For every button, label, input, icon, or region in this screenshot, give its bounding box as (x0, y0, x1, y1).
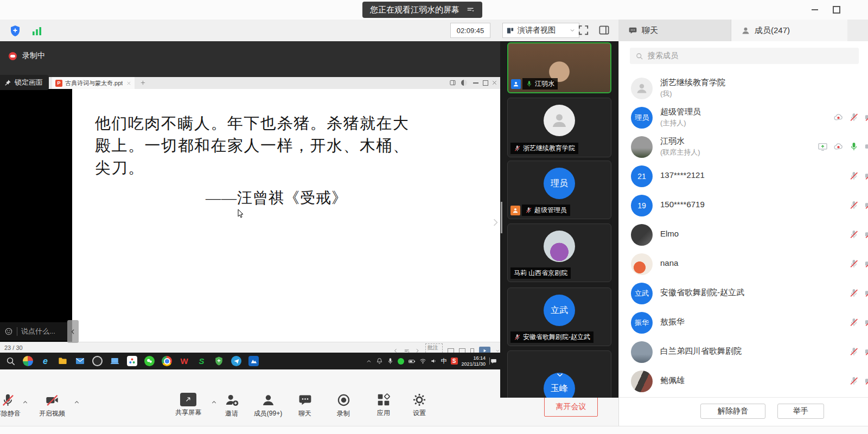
taskbar-circle-app-icon[interactable] (92, 356, 103, 366)
taskbar-explorer-icon[interactable] (58, 356, 68, 366)
camera-muted-icon[interactable] (864, 259, 868, 269)
tray-safety-icon[interactable] (398, 358, 404, 365)
camera-muted-icon[interactable] (864, 112, 868, 122)
tab-chat[interactable]: 聊天 (618, 20, 731, 41)
cloud-recording-icon[interactable] (833, 112, 844, 123)
tab-members[interactable]: 成员(247) (731, 20, 847, 41)
member-row[interactable]: Elmo (619, 220, 868, 250)
close-tab-icon[interactable] (126, 81, 131, 86)
mic-muted-icon[interactable] (849, 171, 859, 181)
minimize-button[interactable] (808, 4, 822, 15)
raise-hand-button[interactable]: 举手 (777, 404, 824, 419)
mic-muted-icon[interactable] (849, 259, 859, 269)
video-tile[interactable]: 理员 超级管理员 (507, 161, 611, 219)
taskbar-wps-icon[interactable]: W (179, 356, 189, 366)
tray-volume-icon[interactable] (430, 358, 437, 365)
mic-muted-icon[interactable] (849, 317, 859, 327)
taskbar-mountain-app-icon[interactable] (248, 356, 259, 366)
fullscreen-icon[interactable] (577, 24, 590, 36)
mic-muted-icon[interactable] (849, 229, 859, 239)
new-tab-icon[interactable] (140, 80, 146, 86)
member-row[interactable]: 江弱水 (联席主持人) (619, 132, 868, 162)
taskbar-colordots-app-icon[interactable] (127, 356, 137, 366)
member-row[interactable]: 理员 超级管理员 (主持人) (619, 103, 868, 132)
leave-meeting-button[interactable]: 离开会议 (544, 397, 598, 417)
tray-mic-icon[interactable] (387, 358, 394, 365)
video-options-chevron-icon[interactable] (73, 399, 80, 406)
wps-theme-icon[interactable] (461, 80, 467, 86)
wps-layout-icon[interactable] (449, 79, 456, 86)
wps-close-icon[interactable] (492, 80, 497, 86)
video-tile[interactable]: 立武 安徽省歌舞剧院-赵立武 (507, 288, 611, 346)
settings-button[interactable]: 设置 (404, 393, 435, 418)
start-video-button[interactable]: 开启视频 (33, 393, 72, 418)
taskbar-laptop-app-icon[interactable] (110, 356, 120, 366)
mic-muted-icon[interactable] (849, 288, 859, 298)
member-row[interactable]: 21 137****2121 (619, 162, 868, 191)
network-signal-icon[interactable] (30, 24, 43, 37)
wps-maximize-icon[interactable] (483, 80, 488, 86)
strip-collapse-arrow-icon[interactable] (490, 215, 501, 230)
video-tile-speaker[interactable]: 江弱水 (507, 42, 611, 93)
member-row[interactable]: 浙艺继续教育学院 (我) (619, 74, 868, 103)
screen-sharing-icon[interactable] (818, 142, 828, 152)
taskbar-search-icon[interactable] (5, 356, 16, 366)
quick-chat-bar[interactable]: 说点什么... (0, 322, 67, 341)
camera-muted-icon[interactable] (864, 376, 868, 386)
member-row[interactable]: 19 150****6719 (619, 191, 868, 220)
cloud-recording-icon[interactable] (833, 142, 844, 152)
taskbar-chrome-icon[interactable] (162, 356, 172, 366)
taskbar-pinwheel-app-icon[interactable] (23, 356, 33, 366)
audio-options-chevron-icon[interactable] (22, 399, 29, 406)
taskbar-shield-icon[interactable] (214, 356, 224, 366)
tray-bell-icon[interactable] (376, 358, 383, 365)
video-tile[interactable]: 马莉 山西省京剧院 (507, 224, 611, 282)
quick-chat-placeholder[interactable]: 说点什么... (21, 327, 55, 336)
taskbar-bird-app-icon[interactable] (231, 356, 241, 366)
emoji-icon[interactable] (4, 327, 13, 336)
strip-scrollbar[interactable] (501, 202, 502, 233)
invite-button[interactable]: 邀请 (216, 393, 247, 418)
member-row[interactable]: nana (619, 250, 868, 279)
record-button[interactable]: 录制 (328, 393, 359, 418)
share-screen-button[interactable]: 共享屏幕 (169, 393, 207, 417)
chat-bar-collapse-handle[interactable] (67, 320, 79, 343)
camera-muted-icon[interactable] (864, 288, 868, 298)
side-panel-toggle-icon[interactable] (598, 24, 610, 36)
strip-collapse-down-icon[interactable] (554, 370, 566, 380)
tray-clock[interactable]: 16:14 2021/11/30 (462, 355, 486, 367)
mic-muted-icon[interactable] (849, 200, 859, 210)
ppt-file-tab[interactable]: P 古典诗词与蒙太奇.ppt (52, 77, 135, 89)
watching-banner[interactable]: 您正在观看江弱水的屏幕 (362, 2, 482, 18)
member-row[interactable]: 振华 敖振华 (619, 308, 868, 337)
mic-muted-icon[interactable] (849, 347, 859, 356)
camera-muted-icon[interactable] (864, 171, 868, 181)
tray-expand-icon[interactable] (366, 358, 372, 365)
camera-muted-icon[interactable] (864, 200, 868, 210)
camera-muted-icon[interactable] (864, 317, 868, 327)
member-row[interactable]: 鲍佩雄 (619, 367, 868, 396)
members-button[interactable]: 成员(99+) (248, 393, 288, 418)
camera-muted-icon[interactable] (864, 347, 868, 356)
camera-muted-icon[interactable] (864, 229, 868, 239)
chat-button[interactable]: 聊天 (289, 393, 321, 418)
tray-sogou-icon[interactable]: S (451, 358, 458, 365)
lock-screen-pill[interactable]: 锁定画面 (0, 75, 49, 90)
video-tile[interactable]: 浙艺继续教育学院 (507, 98, 611, 157)
mic-muted-icon[interactable] (849, 376, 859, 386)
wps-minimize-icon[interactable] (473, 82, 478, 84)
maximize-button[interactable] (829, 4, 844, 15)
taskbar-wechat-icon[interactable] (144, 356, 155, 366)
banner-menu-icon[interactable] (466, 5, 475, 14)
panel-unmute-button[interactable]: 解除静音 (700, 404, 765, 419)
search-members-input[interactable]: 搜索成员 (630, 48, 859, 64)
mic-muted-icon[interactable] (849, 112, 859, 122)
tray-battery-icon[interactable] (408, 358, 416, 365)
camera-icon[interactable] (864, 142, 868, 151)
taskbar-mail-icon[interactable] (75, 356, 85, 366)
apps-button[interactable]: 应用 (368, 393, 399, 418)
taskbar-flashget-icon[interactable]: S (196, 356, 207, 366)
tray-ime-indicator[interactable]: 中 (441, 357, 447, 365)
tray-notification-icon[interactable] (489, 358, 497, 365)
member-row[interactable]: 立武 安徽省歌舞剧院-赵立武 (619, 279, 868, 308)
